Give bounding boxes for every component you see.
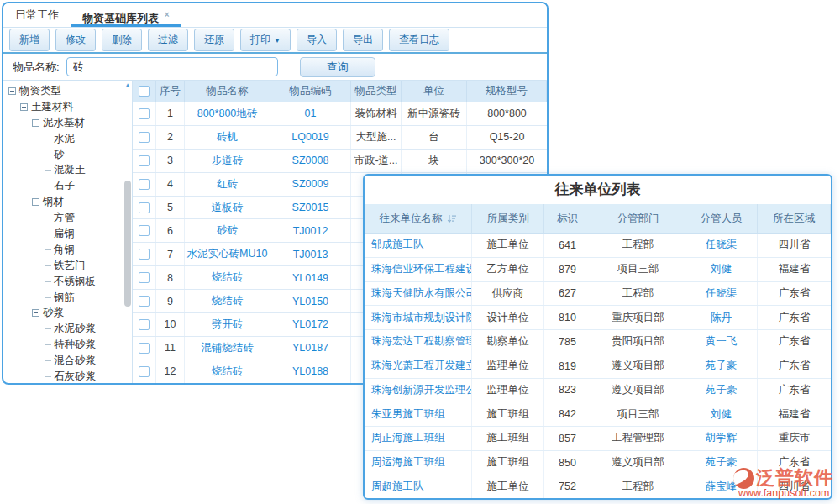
column-header[interactable]: 规格型号 — [467, 81, 547, 102]
tree-item[interactable]: 水泥 — [3, 131, 132, 147]
cell-unit-name[interactable]: 珠海宏达工程勘察管理公司 — [365, 330, 472, 354]
column-header[interactable]: 标识 — [544, 204, 591, 233]
cell-unit-name[interactable]: 珠海光萧工程开发建立有限... — [365, 354, 472, 378]
cell-item-code[interactable]: YL0149 — [270, 266, 351, 289]
cell-unit-name[interactable]: 周正海施工班组 — [365, 427, 472, 450]
tree-item[interactable]: 混凝土 — [3, 162, 132, 178]
row-checkbox[interactable] — [139, 202, 150, 213]
row-checkbox[interactable] — [139, 319, 150, 330]
add-button[interactable]: 新增 — [9, 29, 50, 51]
cell-item-code[interactable]: 01 — [270, 102, 351, 125]
row-checkbox[interactable] — [139, 272, 150, 283]
cell-person[interactable]: 陈丹 — [685, 306, 758, 329]
tree-item[interactable]: 不锈钢板 — [3, 274, 132, 290]
cell-item-code[interactable]: SZ0008 — [270, 150, 351, 172]
cell-item-name[interactable]: 800*800地砖 — [185, 102, 270, 125]
column-header[interactable]: 物品类型 — [351, 81, 402, 102]
scroll-up-icon[interactable]: ▲ — [123, 81, 132, 89]
table-row[interactable]: 3 步道砖 SZ0008 市政-道... 块 300*300*20 — [133, 150, 547, 173]
tree-item[interactable]: 泥水基材 — [3, 115, 132, 131]
scrollbar-thumb[interactable] — [124, 181, 131, 307]
column-header[interactable]: 所属类别 — [472, 204, 544, 233]
select-all-checkbox[interactable] — [139, 86, 150, 97]
column-header[interactable]: 所在区域 — [758, 204, 831, 233]
table-row[interactable]: 珠海宏达工程勘察管理公司 勘察单位 785 贵阳项目部 黄一飞 广东省 — [365, 330, 831, 354]
collapse-icon[interactable] — [20, 103, 28, 111]
row-checkbox[interactable] — [139, 155, 150, 166]
cell-item-name[interactable]: 烧结砖 — [185, 290, 270, 312]
row-checkbox[interactable] — [139, 225, 150, 236]
tree-item[interactable]: 钢材 — [3, 194, 132, 210]
column-header[interactable]: 分管人员 — [685, 204, 758, 233]
tab-daily-work[interactable]: 日常工作 — [3, 3, 71, 27]
tab-materials-library[interactable]: 物资基础库列表 × — [71, 3, 181, 27]
row-checkbox[interactable] — [139, 132, 150, 143]
tree-item[interactable]: 石灰砂浆 — [3, 369, 132, 383]
cell-item-name[interactable]: 烧结砖 — [185, 266, 270, 289]
tree-scrollbar[interactable]: ▲ — [123, 81, 132, 382]
edit-button[interactable]: 修改 — [55, 29, 96, 51]
print-button[interactable]: 打印▼ — [240, 29, 291, 51]
tree-item[interactable]: 角钢 — [3, 242, 132, 258]
cell-item-name[interactable]: 红砖 — [185, 173, 270, 196]
cell-person[interactable]: 刘健 — [685, 258, 758, 281]
tree-item[interactable]: 扁钢 — [3, 226, 132, 242]
table-row[interactable]: 珠海信业环保工程建设有限... 乙方单位 879 项目三部 刘健 福建省 — [365, 258, 831, 282]
cell-unit-name[interactable]: 邹成施工队 — [365, 234, 472, 257]
tree-item[interactable]: 土建材料 — [3, 99, 132, 115]
table-row[interactable]: 朱亚男施工班组 施工班组 842 项目三部 刘健 福建省 — [365, 402, 831, 427]
cell-person[interactable]: 刘健 — [685, 402, 758, 426]
cell-item-code[interactable]: YL0188 — [270, 360, 351, 383]
cell-item-name[interactable]: 步道砖 — [185, 150, 270, 172]
tree-item[interactable]: 特种砂浆 — [3, 337, 132, 353]
cell-person[interactable]: 苑子豪 — [685, 354, 758, 378]
collapse-icon[interactable] — [8, 87, 16, 95]
row-checkbox[interactable] — [139, 366, 150, 377]
cell-unit-name[interactable]: 周运海施工班组 — [365, 451, 472, 475]
collapse-icon[interactable] — [32, 119, 39, 127]
column-header[interactable]: 单位 — [402, 81, 467, 102]
export-button[interactable]: 导出 — [343, 29, 383, 51]
column-header[interactable]: 分管部门 — [591, 204, 685, 233]
cell-item-name[interactable]: 砖机 — [185, 126, 270, 149]
cell-item-name[interactable]: 水泥实心砖MU10 — [185, 243, 270, 265]
query-button[interactable]: 查询 — [300, 57, 375, 77]
close-icon[interactable]: × — [165, 10, 170, 19]
cell-item-name[interactable]: 道板砖 — [185, 197, 270, 219]
cell-item-name[interactable]: 混铺烧结砖 — [185, 337, 270, 360]
cell-person[interactable]: 胡学辉 — [685, 427, 758, 450]
table-row[interactable]: 珠海天健防水有限公司 供应商 627 工程部 任晓渠 广东省 — [365, 282, 831, 307]
column-header[interactable]: 序号 — [156, 81, 185, 102]
table-row[interactable]: 邹成施工队 施工单位 641 工程部 任晓渠 四川省 — [365, 234, 831, 258]
cell-unit-name[interactable]: 珠海信业环保工程建设有限... — [365, 258, 472, 281]
cell-unit-name[interactable]: 珠海市城市规划设计院 — [365, 306, 472, 329]
table-row[interactable]: 2 砖机 LQ0019 大型施... 台 Q15-20 — [133, 126, 547, 150]
column-header[interactable]: 物品名称 — [185, 81, 270, 102]
cell-item-code[interactable]: YL0150 — [270, 290, 351, 312]
delete-button[interactable]: 删除 — [102, 29, 142, 51]
cell-item-code[interactable]: YL0172 — [270, 313, 351, 336]
collapse-icon[interactable] — [32, 309, 39, 317]
collapse-icon[interactable] — [32, 198, 39, 206]
tree-item[interactable]: 水泥砂浆 — [3, 321, 132, 337]
tree-item[interactable]: 物资类型 — [3, 83, 132, 99]
table-row[interactable]: 周正海施工班组 施工班组 857 工程管理部 胡学辉 重庆市 — [365, 427, 831, 451]
filter-button[interactable]: 过滤 — [148, 29, 188, 51]
cell-unit-name[interactable]: 珠海天健防水有限公司 — [365, 282, 472, 306]
tree-item[interactable]: 铁艺门 — [3, 258, 132, 274]
row-checkbox[interactable] — [139, 108, 150, 119]
tree-item[interactable]: 砂浆 — [3, 305, 132, 321]
cell-person[interactable]: 苑子豪 — [685, 379, 758, 402]
tree-item[interactable]: 砂 — [3, 147, 132, 163]
cell-item-code[interactable]: SZ0015 — [270, 197, 351, 219]
row-checkbox[interactable] — [139, 249, 150, 260]
sort-icon[interactable] — [447, 214, 457, 223]
cell-unit-name[interactable]: 朱亚男施工班组 — [365, 402, 472, 426]
cell-item-code[interactable]: YL0187 — [270, 337, 351, 360]
cell-item-code[interactable]: TJ0013 — [270, 243, 351, 265]
table-row[interactable]: 珠海创新源开发监理公司 监理单位 823 遵义项目部 苑子豪 广东省 — [365, 379, 831, 403]
cell-unit-name[interactable]: 周超施工队 — [365, 475, 472, 499]
cell-person[interactable]: 任晓渠 — [685, 282, 758, 306]
view-log-button[interactable]: 查看日志 — [389, 29, 449, 51]
cell-item-code[interactable]: LQ0019 — [270, 126, 351, 149]
